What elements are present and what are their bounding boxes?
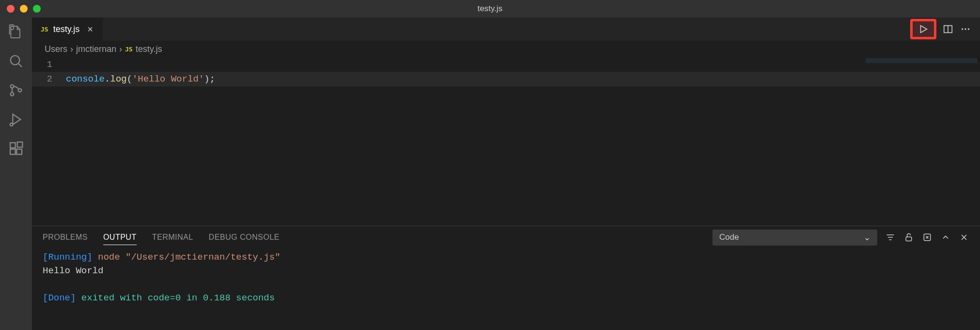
breadcrumb-file[interactable]: testy.js xyxy=(136,44,162,54)
maximize-panel-icon[interactable] xyxy=(940,232,951,243)
window-title: testy.js xyxy=(477,4,503,14)
svg-line-1 xyxy=(18,64,22,67)
lock-scroll-icon[interactable] xyxy=(903,232,914,243)
code-editor[interactable]: 12console.log('Hello World'); xyxy=(32,57,980,226)
run-debug-icon[interactable] xyxy=(8,112,24,127)
window-close-button[interactable] xyxy=(7,5,15,13)
activity-bar xyxy=(0,17,32,330)
line-number: 1 xyxy=(32,59,66,70)
bottom-panel: PROBLEMSOUTPUTTERMINALDEBUG CONSOLE Code… xyxy=(32,226,980,330)
output-done-msg: exited with code=0 in 0.188 seconds xyxy=(76,293,274,303)
panel-tab-problems[interactable]: PROBLEMS xyxy=(43,230,88,245)
close-panel-icon[interactable] xyxy=(959,232,969,243)
run-code-button[interactable] xyxy=(917,23,929,35)
svg-point-14 xyxy=(962,28,963,30)
search-icon[interactable] xyxy=(8,53,24,69)
filter-icon[interactable] xyxy=(885,232,896,243)
chevron-down-icon: ⌄ xyxy=(864,232,870,243)
editor-tabs: JS testy.js × xyxy=(32,17,980,41)
output-running-cmd: node "/Users/jmctiernan/testy.js" xyxy=(93,252,281,263)
output-running-label: [Running] xyxy=(43,252,93,263)
svg-marker-11 xyxy=(921,26,927,33)
window-maximize-button[interactable] xyxy=(33,5,41,13)
panel-tab-output[interactable]: OUTPUT xyxy=(103,230,137,245)
clear-output-icon[interactable] xyxy=(922,232,933,243)
window-minimize-button[interactable] xyxy=(20,5,28,13)
explorer-icon[interactable] xyxy=(8,24,24,40)
chevron-right-icon: › xyxy=(70,44,73,54)
panel-tab-terminal[interactable]: TERMINAL xyxy=(152,230,193,245)
output-channel-selector[interactable]: Code ⌄ xyxy=(712,230,877,246)
panel-tab-debug-console[interactable]: DEBUG CONSOLE xyxy=(209,230,280,245)
source-control-icon[interactable] xyxy=(8,82,24,98)
breadcrumb-item[interactable]: jmctiernan xyxy=(76,44,116,54)
svg-rect-20 xyxy=(906,237,912,241)
js-file-icon: JS xyxy=(125,46,133,53)
svg-point-0 xyxy=(11,56,20,65)
tab-testy-js[interactable]: JS testy.js × xyxy=(32,17,103,41)
split-editor-button[interactable] xyxy=(942,23,954,35)
editor-line[interactable]: 1 xyxy=(32,57,980,72)
minimap[interactable] xyxy=(866,58,977,63)
svg-point-16 xyxy=(968,28,969,30)
output-done-label: [Done] xyxy=(43,293,76,303)
line-code: console.log('Hello World'); xyxy=(66,74,215,84)
titlebar: testy.js xyxy=(0,0,980,17)
svg-point-4 xyxy=(18,89,22,92)
svg-point-6 xyxy=(10,123,13,126)
svg-point-15 xyxy=(964,28,966,30)
breadcrumb-item[interactable]: Users xyxy=(45,44,67,54)
svg-point-2 xyxy=(11,85,14,88)
editor-line[interactable]: 2console.log('Hello World'); xyxy=(32,72,980,86)
panel-tabs: PROBLEMSOUTPUTTERMINALDEBUG CONSOLE Code… xyxy=(32,226,980,248)
output-stdout: Hello World xyxy=(43,264,969,278)
svg-marker-5 xyxy=(13,114,20,124)
output-channel-label: Code xyxy=(719,232,739,242)
traffic-lights xyxy=(0,5,41,13)
run-code-highlight xyxy=(910,19,936,39)
output-body[interactable]: [Running] node "/Users/jmctiernan/testy.… xyxy=(32,248,980,330)
svg-rect-10 xyxy=(17,142,23,148)
svg-point-3 xyxy=(11,93,14,96)
svg-rect-7 xyxy=(10,143,16,148)
more-actions-button[interactable] xyxy=(960,23,971,35)
chevron-right-icon: › xyxy=(119,44,122,54)
line-number: 2 xyxy=(32,74,66,84)
breadcrumbs: Users › jmctiernan › JS testy.js xyxy=(32,41,980,57)
svg-rect-9 xyxy=(16,149,22,154)
svg-rect-8 xyxy=(10,149,16,154)
js-file-icon: JS xyxy=(41,26,48,33)
tab-label: testy.js xyxy=(53,24,80,34)
tab-close-button[interactable]: × xyxy=(84,24,96,35)
extensions-icon[interactable] xyxy=(8,141,24,156)
